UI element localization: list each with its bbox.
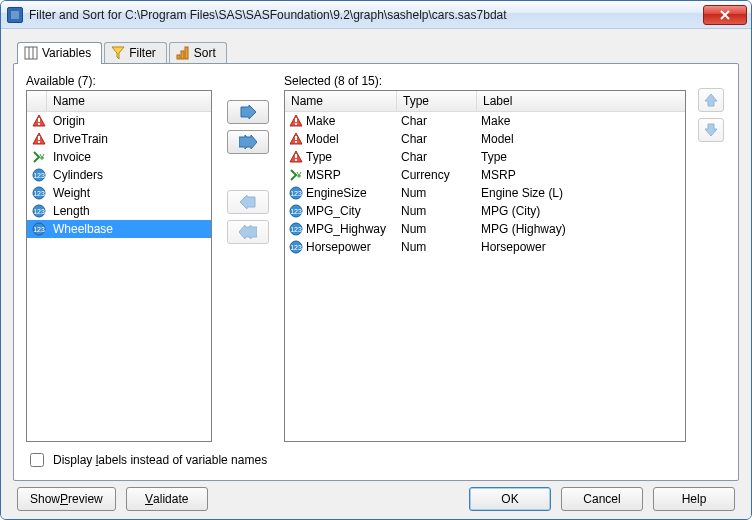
display-labels-checkbox-row[interactable]: Display labels instead of variable names — [26, 450, 726, 470]
table-row[interactable]: TypeCharType — [285, 148, 685, 166]
cell-name: Type — [285, 150, 397, 164]
move-buttons — [222, 74, 274, 442]
cell-name: EngineSize — [285, 186, 397, 200]
tri-type-icon — [289, 150, 303, 164]
num-type-icon — [29, 204, 49, 218]
tab-filter[interactable]: Filter — [104, 42, 167, 64]
tri-type-icon — [289, 114, 303, 128]
list-item[interactable]: Wheelbase — [27, 220, 211, 238]
cell-name: MPG_City — [285, 204, 397, 218]
cell-label: Horsepower — [477, 240, 685, 254]
num-type-icon — [29, 168, 49, 182]
window-title: Filter and Sort for C:\Program Files\SAS… — [29, 8, 703, 22]
selected-header-name[interactable]: Name — [285, 91, 397, 111]
list-item-name: Length — [49, 204, 209, 218]
cell-type: Char — [397, 114, 477, 128]
move-all-left-button[interactable] — [227, 220, 269, 244]
order-buttons — [696, 74, 726, 442]
list-item[interactable]: Invoice — [27, 148, 211, 166]
tri-type-icon — [29, 114, 49, 128]
table-row[interactable]: ModelCharModel — [285, 130, 685, 148]
list-item[interactable]: Cylinders — [27, 166, 211, 184]
ok-button[interactable]: OK — [469, 487, 551, 511]
selected-list[interactable]: Name Type Label MakeCharMakeModelCharMod… — [284, 90, 686, 442]
table-row[interactable]: MakeCharMake — [285, 112, 685, 130]
cell-type: Num — [397, 222, 477, 236]
dialog-window: Filter and Sort for C:\Program Files\SAS… — [0, 0, 752, 520]
list-item-name: Invoice — [49, 150, 209, 164]
list-item[interactable]: Origin — [27, 112, 211, 130]
table-row[interactable]: HorsepowerNumHorsepower — [285, 238, 685, 256]
available-column: Available (7): Name OriginDriveTrainInvo… — [26, 74, 212, 442]
num-type-icon — [289, 186, 303, 200]
list-item-name: Origin — [49, 114, 209, 128]
list-item[interactable]: Weight — [27, 184, 211, 202]
cell-type: Char — [397, 132, 477, 146]
titlebar: Filter and Sort for C:\Program Files\SAS… — [1, 1, 751, 29]
selected-header-type[interactable]: Type — [397, 91, 477, 111]
move-up-button[interactable] — [698, 88, 724, 112]
table-row[interactable]: EngineSizeNumEngine Size (L) — [285, 184, 685, 202]
cell-label: Model — [477, 132, 685, 146]
num-type-icon — [289, 222, 303, 236]
client-area: Variables Filter Sort Available (7): — [1, 29, 751, 519]
columns-icon — [24, 46, 38, 60]
selected-header: Name Type Label — [285, 91, 685, 112]
bars-icon — [176, 46, 190, 60]
cell-label: Type — [477, 150, 685, 164]
tab-sort[interactable]: Sort — [169, 42, 227, 64]
available-list[interactable]: Name OriginDriveTrainInvoiceCylindersWei… — [26, 90, 212, 442]
cell-label: MPG (Highway) — [477, 222, 685, 236]
cell-type: Num — [397, 240, 477, 254]
table-row[interactable]: MSRPCurrencyMSRP — [285, 166, 685, 184]
cell-name: MSRP — [285, 168, 397, 182]
tab-variables[interactable]: Variables — [17, 42, 102, 64]
tri-type-icon — [29, 132, 49, 146]
list-item-name: Cylinders — [49, 168, 209, 182]
cancel-button[interactable]: Cancel — [561, 487, 643, 511]
cell-label: Engine Size (L) — [477, 186, 685, 200]
table-row[interactable]: MPG_HighwayNumMPG (Highway) — [285, 220, 685, 238]
num-type-icon — [289, 204, 303, 218]
cell-name: MPG_Highway — [285, 222, 397, 236]
cell-label: MPG (City) — [477, 204, 685, 218]
tab-label: Variables — [42, 46, 91, 60]
move-left-button[interactable] — [227, 190, 269, 214]
tabstrip: Variables Filter Sort — [17, 41, 743, 63]
tab-label: Sort — [194, 46, 216, 60]
selected-header-label[interactable]: Label — [477, 91, 685, 111]
cell-type: Num — [397, 186, 477, 200]
curr-type-icon — [289, 168, 303, 182]
available-header: Name — [27, 91, 211, 112]
num-type-icon — [29, 222, 49, 236]
help-button[interactable]: Help — [653, 487, 735, 511]
show-preview-button[interactable]: Show Preview — [17, 487, 116, 511]
funnel-icon — [111, 46, 125, 60]
validate-button[interactable]: Validate — [126, 487, 208, 511]
move-all-right-button[interactable] — [227, 130, 269, 154]
list-item-name: DriveTrain — [49, 132, 209, 146]
tri-type-icon — [289, 132, 303, 146]
cell-type: Num — [397, 204, 477, 218]
list-item[interactable]: DriveTrain — [27, 130, 211, 148]
tab-panel-variables: Available (7): Name OriginDriveTrainInvo… — [13, 63, 739, 481]
move-down-button[interactable] — [698, 118, 724, 142]
cell-type: Currency — [397, 168, 477, 182]
display-labels-checkbox[interactable] — [30, 453, 44, 467]
list-item[interactable]: Length — [27, 202, 211, 220]
close-button[interactable] — [703, 5, 747, 25]
selected-column: Selected (8 of 15): Name Type Label Make… — [284, 74, 686, 442]
num-type-icon — [29, 186, 49, 200]
table-row[interactable]: MPG_CityNumMPG (City) — [285, 202, 685, 220]
available-label: Available (7): — [26, 74, 212, 88]
cell-name: Make — [285, 114, 397, 128]
display-labels-label: Display labels instead of variable names — [53, 453, 267, 467]
num-type-icon — [289, 240, 303, 254]
list-item-name: Weight — [49, 186, 209, 200]
cell-label: MSRP — [477, 168, 685, 182]
cell-type: Char — [397, 150, 477, 164]
available-header-name[interactable]: Name — [47, 91, 211, 111]
move-right-button[interactable] — [227, 100, 269, 124]
tab-label: Filter — [129, 46, 156, 60]
cell-name: Horsepower — [285, 240, 397, 254]
